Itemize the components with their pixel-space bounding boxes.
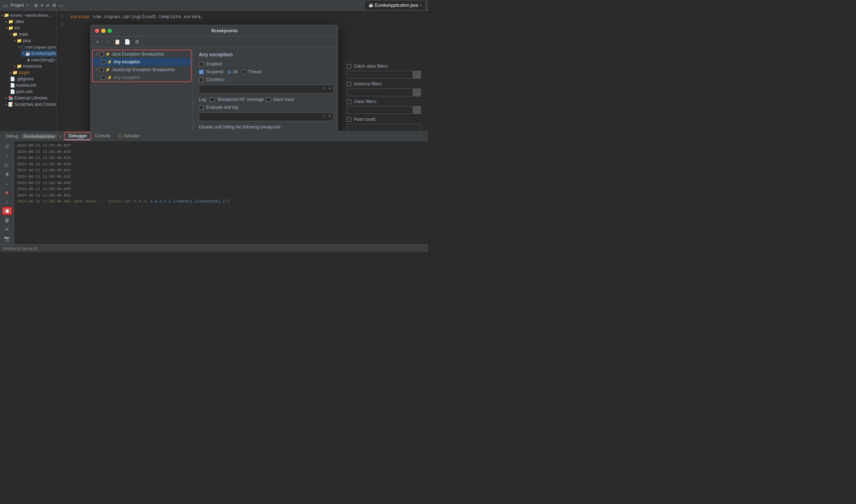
pause-btn[interactable]: ⏸ <box>2 170 12 178</box>
debug-text: Debug: <box>6 134 19 139</box>
evaluate-log-checkbox[interactable] <box>199 105 204 110</box>
ide-container: 🗂 Project ▾ ⊕ ≡ ⇌ ⚙ — ☕ EurekaApplicatio… <box>0 0 428 252</box>
toolbar-toggle-icon[interactable]: ⇌ <box>46 2 50 8</box>
down-btn[interactable]: ↓ <box>2 179 12 187</box>
console-line-8: 2024-06-21 11:50:40.852 <box>17 193 425 199</box>
stop-btn[interactable]: ■ <box>2 189 12 196</box>
tab-close-icon[interactable]: × <box>420 3 422 7</box>
console-info-9: INFO 48614 --- [on(3)-127.0.0.1] <box>73 199 150 204</box>
dialog-settings-button[interactable]: ⚙ <box>133 38 142 46</box>
js-any-exception-icon: ⚡ <box>107 75 112 80</box>
dialog-remove-button[interactable]: − <box>103 38 112 46</box>
breakpoints-dialog-overlay: Breakpoints + − 📋 📄 ⚙ <box>0 11 428 131</box>
ts-5: 2024-06-21 11:50:40.832 <box>17 174 71 179</box>
maximize-button[interactable] <box>108 29 112 33</box>
log-label: Log: <box>199 97 207 102</box>
toolbar-icons: ⊕ ≡ ⇌ ⚙ — <box>34 2 63 8</box>
console-line-6: 2024-06-21 11:50:40.848 <box>17 180 425 187</box>
breakpoint-hit-checkbox[interactable] <box>210 97 215 102</box>
project-label: Project <box>11 3 24 8</box>
ts-9: 2024-06-21 11:50:40.964 <box>17 199 71 204</box>
ts-0: 2024-06-21 11:50:40.827 <box>17 143 71 148</box>
up-btn[interactable]: ↑ <box>2 152 12 160</box>
restart-btn[interactable]: ↺ <box>2 143 12 150</box>
toolbar-settings-icon[interactable]: ⚙ <box>52 2 57 8</box>
all-label: All <box>233 69 238 74</box>
dialog-add-button[interactable]: + <box>93 38 102 46</box>
bottom-content: ↺ ↑ ▷ ⏸ ↓ ■ ↕ ⏺ 🗑 ✏ 📷 2024-06-21 11:50:4… <box>0 141 428 244</box>
java-group-checkbox[interactable] <box>99 52 104 56</box>
suspend-all-option[interactable]: All <box>227 69 238 74</box>
log-options: "Breakpoint hit" message Stack trace <box>210 97 294 102</box>
expand-icon[interactable]: ↗ <box>322 86 325 90</box>
suspend-checkbox[interactable] <box>199 70 204 74</box>
minimize-button[interactable] <box>101 29 105 33</box>
ts-6: 2024-06-21 11:50:40.848 <box>17 181 71 185</box>
debug-tab-bar: Debug: EurekaApplication × Debugger Cons… <box>0 131 428 141</box>
suspend-thread-radio[interactable] <box>242 70 247 74</box>
js-any-exception-checkbox[interactable] <box>101 75 105 80</box>
dialog-left-panel: ▾ ⚡ Java Exception Breakpoints ⚡ Any exc… <box>91 47 193 131</box>
condition-input-area: ↗ ▾ <box>199 85 332 93</box>
condition-checkbox[interactable] <box>199 78 204 82</box>
suspend-thread-option[interactable]: Thread <box>242 69 262 74</box>
toolbar-new-icon[interactable]: ⊕ <box>34 2 38 8</box>
tab-filename: EurekaApplication.java <box>375 3 418 8</box>
record-btn[interactable]: ⏺ <box>2 207 12 215</box>
title-bar: 🗂 Project ▾ ⊕ ≡ ⇌ ⚙ — ☕ EurekaApplicatio… <box>0 0 428 11</box>
step-into-btn[interactable]: ↕ <box>2 198 12 206</box>
log-row: Log: "Breakpoint hit" message Stack trac… <box>199 97 332 102</box>
debug-label: Debug: EurekaApplication × <box>3 134 64 139</box>
tab-console[interactable]: Console <box>91 133 114 140</box>
console-line-0: 2024-06-21 11:50:40.827 <box>17 143 425 149</box>
evaluate-log-input[interactable] <box>199 113 333 121</box>
any-exception-checkbox[interactable] <box>101 60 105 64</box>
bp-item-js-any-exception[interactable]: ⚡ Any exception <box>93 74 191 81</box>
tab-actuator[interactable]: ⬡ Actuator <box>115 133 143 140</box>
eval-scroll-icon[interactable]: ▾ <box>329 114 331 118</box>
project-chevron[interactable]: ▾ <box>27 3 28 7</box>
bp-item-any-exception[interactable]: ⚡ Any exception <box>93 58 191 66</box>
delete-btn[interactable]: 🗑 <box>2 216 12 224</box>
console-line-9: 2024-06-21 11:50:40.964 INFO 48614 --- [… <box>17 199 425 205</box>
stack-trace-checkbox[interactable] <box>266 97 271 102</box>
enabled-checkbox[interactable] <box>199 62 204 67</box>
toolbar-list-icon[interactable]: ≡ <box>40 2 43 8</box>
dialog-body: ▾ ⚡ Java Exception Breakpoints ⚡ Any exc… <box>91 47 338 131</box>
java-exception-icon: ⚡ <box>105 52 110 57</box>
console-class-9: o.a.c.c.C.[Tomcat].[localhost].[/] <box>150 199 229 204</box>
scroll-icon[interactable]: ▾ <box>329 86 331 90</box>
debug-sidebar: ↺ ↑ ▷ ⏸ ↓ ■ ↕ ⏺ 🗑 ✏ 📷 <box>0 141 14 244</box>
js-group-arrow: ▾ <box>96 68 97 71</box>
suspend-radio-group: All Thread <box>227 69 261 74</box>
suspend-all-radio[interactable] <box>227 70 232 74</box>
js-exception-group-header[interactable]: ▾ ⚡ JavaScript Exception Breakpoints <box>93 66 191 74</box>
traffic-lights <box>95 29 112 33</box>
js-group-checkbox[interactable] <box>99 68 104 72</box>
disable-until-label: Disable until hitting the following brea… <box>199 125 332 130</box>
dialog-filter-button[interactable]: 📄 <box>123 38 132 46</box>
debug-close-btn[interactable]: × <box>59 134 61 138</box>
ts-7: 2024-06-21 11:50:40.849 <box>17 187 71 191</box>
title-bar-tabs: ☕ EurekaApplication.java × <box>365 1 425 10</box>
dialog-copy-button[interactable]: 📋 <box>113 38 122 46</box>
java-exception-group-header[interactable]: ▾ ⚡ Java Exception Breakpoints <box>93 50 191 58</box>
enabled-label: Enabled <box>206 62 222 67</box>
condition-input[interactable] <box>199 85 333 93</box>
ts-1: 2024-06-21 11:50:40.828 <box>17 150 71 154</box>
tab-console-label: Console <box>95 133 110 138</box>
console-line-4: 2024-06-21 11:50:40.828 <box>17 167 425 174</box>
dialog-title: Breakpoints <box>116 28 333 33</box>
pencil-btn[interactable]: ✏ <box>2 225 12 233</box>
dialog-title-bar: Breakpoints <box>91 25 338 36</box>
ts-2: 2024-06-21 11:50:40.828 <box>17 156 71 160</box>
tab-debugger[interactable]: Debugger <box>65 133 91 140</box>
close-button[interactable] <box>95 29 99 33</box>
step-over-btn[interactable]: ▷ <box>2 161 12 169</box>
breakpoints-dialog: Breakpoints + − 📋 📄 ⚙ <box>90 25 338 131</box>
js-exception-group-label: JavaScript Exception Breakpoints <box>112 67 175 72</box>
toolbar-minimize-icon[interactable]: — <box>59 2 64 8</box>
tab-eureka-application[interactable]: ☕ EurekaApplication.java × <box>365 1 425 10</box>
camera-btn[interactable]: 📷 <box>2 235 12 242</box>
eval-expand-icon[interactable]: ↗ <box>322 114 325 118</box>
